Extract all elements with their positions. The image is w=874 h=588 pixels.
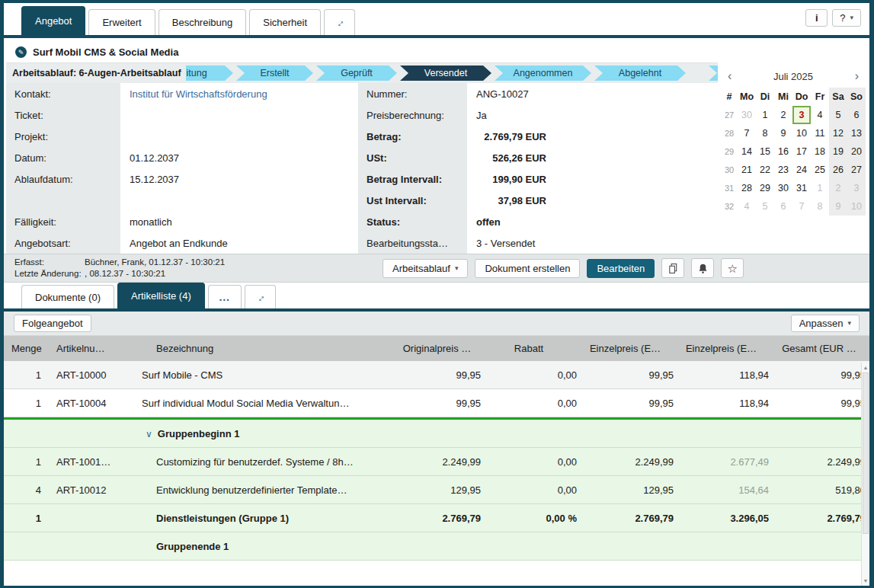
calendar-day-25[interactable]: 25 [811, 161, 829, 179]
tab-erweitert[interactable]: Erweitert [88, 9, 155, 35]
cell-e1: 2.249,99 [577, 456, 674, 468]
vertical-scrollbar[interactable]: ▲ ▼ [861, 363, 869, 586]
calendar-day-28[interactable]: 28 [738, 179, 756, 197]
calendar-day-1[interactable]: 1 [811, 179, 829, 197]
table-row[interactable]: 1ART-10004Surf individual Modul Social M… [4, 389, 869, 417]
calendar-day-8[interactable]: 8 [756, 124, 774, 142]
cell-rabatt: 0,00 [481, 369, 577, 381]
calendar-day-4[interactable]: 4 [811, 106, 829, 124]
workflow-step-x[interactable] [709, 66, 718, 81]
calendar-day-17[interactable]: 17 [792, 142, 811, 161]
workflow-step-erstellt[interactable]: Erstellt [236, 66, 313, 81]
chevron-down-icon[interactable]: ∨ [146, 429, 152, 439]
column-header-artikelnu[interactable]: Artikelnu… [46, 343, 138, 354]
tab-sicherheit[interactable]: Sicherheit [249, 9, 321, 35]
calendar-day-11[interactable]: 11 [811, 124, 829, 142]
followup-offer-button[interactable]: Folgeangebot [14, 315, 91, 332]
column-header-einzelpreis-e[interactable]: Einzelpreis (E… [577, 343, 674, 354]
create-document-button[interactable]: Dokument erstellen [475, 259, 580, 278]
field-label-fälligkeit: Fälligkeit: [6, 211, 120, 232]
calendar-day-9[interactable]: 9 [829, 197, 847, 216]
expand-icon[interactable]: ↔ [245, 285, 276, 308]
tab-angebot[interactable]: Angebot [21, 6, 85, 35]
calendar-day-15[interactable]: 15 [756, 142, 774, 161]
calendar-day-19[interactable]: 19 [829, 142, 847, 161]
calendar-day-8[interactable]: 8 [811, 197, 829, 216]
calendar-day-13[interactable]: 13 [847, 124, 866, 142]
table-row[interactable]: 1ART-10000Surf Mobile - CMS99,950,0099,9… [4, 361, 869, 389]
calendar-day-1[interactable]: 1 [756, 106, 774, 124]
calendar-day-6[interactable]: 6 [847, 106, 866, 124]
calendar-day-30[interactable]: 30 [774, 179, 792, 197]
calendar-day-10[interactable]: 10 [792, 124, 811, 142]
table-row[interactable]: 1ART-1001…Customizing für benutzerdef. S… [4, 448, 869, 476]
edit-button[interactable]: Bearbeiten [587, 259, 655, 278]
table-row[interactable]: ∨Gruppenbeginn 1 [4, 417, 869, 448]
workflow-step-angenommen[interactable]: Angenommen [495, 66, 591, 81]
calendar-day-30[interactable]: 30 [738, 106, 756, 124]
notification-bell-button[interactable] [691, 258, 714, 278]
calendar-day-3[interactable]: 3 [847, 179, 866, 197]
calendar-day-7[interactable]: 7 [738, 124, 756, 142]
field-value-text: 526,26 EUR [476, 152, 546, 164]
calendar-day-16[interactable]: 16 [774, 142, 792, 161]
calendar-day-21[interactable]: 21 [738, 161, 756, 179]
column-header-bezeichnung[interactable]: Bezeichnung [138, 343, 393, 354]
workflow-step-versendet[interactable]: Versendet [400, 66, 491, 81]
customize-button[interactable]: Anpassen▾ [791, 315, 860, 332]
calendar-day-31[interactable]: 31 [792, 179, 811, 197]
copy-button[interactable] [661, 258, 684, 278]
column-header-menge[interactable]: Menge [4, 343, 46, 354]
field-label-bearbeitungssta: Bearbeitungssta… [358, 232, 467, 254]
column-header-rabatt[interactable]: Rabatt [481, 343, 577, 354]
contact-link[interactable]: Institut für Wirtschaftsförderung [130, 88, 267, 100]
table-row[interactable]: 1Dienstleistungen (Gruppe 1)2.769,790,00… [4, 504, 869, 532]
calendar-day-18[interactable]: 18 [811, 142, 829, 161]
calendar-day-20[interactable]: 20 [847, 142, 866, 161]
calendar-day-9[interactable]: 9 [774, 124, 792, 142]
info-button[interactable]: i [805, 9, 828, 27]
help-menu-button[interactable]: ?▾ [832, 9, 861, 27]
expand-icon[interactable]: ↔ [324, 9, 355, 35]
calendar-day-27[interactable]: 27 [847, 161, 866, 179]
calendar-day-10[interactable]: 10 [847, 197, 866, 216]
column-header-einzelpreis-e[interactable]: Einzelpreis (E… [674, 343, 769, 354]
calendar-day-4[interactable]: 4 [738, 197, 756, 216]
calendar-day-2[interactable]: 2 [774, 106, 792, 124]
calendar-next-button[interactable]: › [850, 69, 864, 83]
calendar-day-29[interactable]: 29 [756, 179, 774, 197]
workflow-step-abgelehnt[interactable]: Abgelehnt [594, 66, 686, 81]
tab-artikelliste-4[interactable]: Artikelliste (4) [117, 283, 205, 308]
calendar-month-title: Juli 2025 [773, 71, 813, 82]
table-row[interactable]: 4ART-10012Entwicklung benutzerdefinierte… [4, 476, 869, 504]
cell-e1: 99,95 [577, 369, 674, 381]
favorite-star-button[interactable]: ☆ [721, 258, 744, 278]
calendar-day-26[interactable]: 26 [829, 161, 847, 179]
calendar-day-23[interactable]: 23 [774, 161, 792, 179]
table-row[interactable]: Gruppenende 1 [4, 532, 869, 561]
calendar-day-5[interactable]: 5 [756, 197, 774, 216]
calendar-day-14[interactable]: 14 [738, 142, 756, 161]
calendar-day-22[interactable]: 22 [756, 161, 774, 179]
calendar-day-7[interactable]: 7 [792, 197, 811, 216]
more-tab-icon[interactable]: … [208, 285, 242, 308]
calendar-prev-button[interactable]: ‹ [722, 69, 737, 83]
calendar-day-24[interactable]: 24 [792, 161, 811, 179]
calendar-day-header: Mi [774, 88, 792, 106]
created-value: Büchner, Frank, 01.12.37 - 10:30:21 [85, 257, 225, 267]
calendar-day-6[interactable]: 6 [774, 197, 792, 216]
calendar-day-3[interactable]: 3 [792, 106, 811, 124]
field-value-projekt [120, 126, 358, 147]
column-header-gesamt-eur[interactable]: Gesamt (EUR … [769, 343, 869, 354]
workflow-menu-button[interactable]: Arbeitsablauf▾ [383, 259, 468, 278]
scrollbar-thumb[interactable] [863, 372, 869, 534]
calendar-day-2[interactable]: 2 [829, 179, 847, 197]
scroll-up-icon[interactable]: ▲ [862, 363, 869, 372]
calendar-day-5[interactable]: 5 [829, 106, 847, 124]
calendar-day-12[interactable]: 12 [829, 124, 847, 142]
tab-dokumente-0[interactable]: Dokumente (0) [21, 285, 114, 308]
scroll-down-icon[interactable]: ▼ [862, 577, 869, 585]
tab-beschreibung[interactable]: Beschreibung [158, 9, 247, 35]
column-header-originalpreis[interactable]: Originalpreis … [393, 343, 481, 354]
workflow-step-geprüft[interactable]: Geprüft [316, 66, 397, 81]
